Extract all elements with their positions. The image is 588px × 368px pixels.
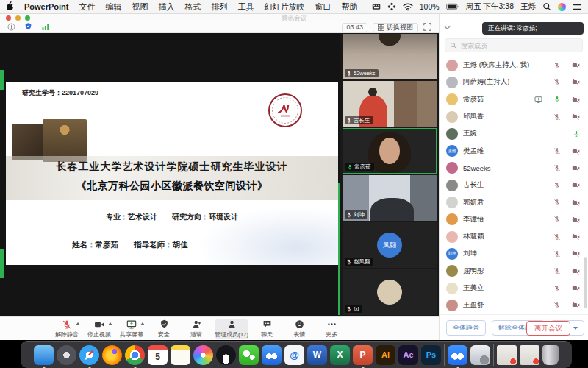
control-members[interactable]: 管理成员(17)	[215, 319, 248, 339]
video-tile[interactable]: 古长生	[343, 81, 437, 127]
dock-calendar-icon[interactable]: 5	[148, 345, 168, 365]
dock-trash-icon[interactable]	[542, 345, 559, 365]
menu-app-name[interactable]: PowerPoint	[24, 2, 69, 11]
menu-item-视图[interactable]: 视图	[132, 1, 148, 13]
camera-off-icon[interactable]	[572, 61, 580, 69]
dock-stocks-icon[interactable]: @	[284, 345, 304, 365]
dock-excel-icon[interactable]: X	[330, 345, 350, 365]
minimize-window-button[interactable]	[15, 15, 21, 21]
dock-preview-icon[interactable]	[470, 345, 490, 365]
search-members-input[interactable]	[459, 41, 573, 50]
mic-muted-icon[interactable]	[553, 216, 561, 223]
mic-muted-icon[interactable]	[553, 113, 561, 121]
participant-row[interactable]: 李谭怡	[440, 211, 588, 228]
camera-off-icon[interactable]	[572, 199, 580, 207]
camera-off-icon[interactable]	[572, 301, 580, 309]
panel-button-全体静音[interactable]: 全体静音	[446, 320, 486, 336]
camera-off-icon[interactable]	[572, 181, 580, 189]
mic-muted-icon[interactable]	[553, 199, 561, 206]
participant-row[interactable]: 古长生	[440, 177, 588, 194]
participant-row[interactable]: 林慧颖	[440, 228, 588, 245]
control-mic-muted[interactable]: 解除静音	[53, 319, 81, 339]
video-tile[interactable]: 52weeks	[343, 34, 437, 79]
participant-row[interactable]: 52weeks	[440, 160, 588, 177]
participant-row[interactable]: 王盈舒	[440, 297, 588, 314]
video-tile[interactable]: 常彦茹	[343, 128, 437, 174]
dock-tencent-meeting-icon[interactable]	[448, 345, 467, 365]
mic-muted-icon[interactable]	[553, 79, 561, 86]
menu-datetime[interactable]: 周五 下午3:38	[466, 1, 514, 12]
menu-item-窗口[interactable]: 窗口	[315, 1, 331, 13]
menu-item-排列[interactable]: 排列	[212, 1, 228, 13]
dock-finder-icon[interactable]	[34, 345, 54, 365]
menu-username[interactable]: 王烁	[520, 1, 536, 12]
participant-row[interactable]: 屈明彤	[440, 263, 588, 280]
video-tile[interactable]: fxl	[343, 269, 437, 315]
camera-off-icon[interactable]	[572, 216, 580, 224]
menu-item-插入[interactable]: 插入	[159, 1, 175, 13]
camera-off-icon[interactable]	[572, 284, 580, 292]
spotlight-icon[interactable]	[542, 2, 551, 11]
mic-on-icon[interactable]	[553, 96, 561, 103]
dock-minimized-window-icon[interactable]	[497, 345, 517, 365]
participant-row[interactable]: 郭妍君	[440, 194, 588, 210]
zoom-window-button[interactable]	[25, 15, 30, 21]
dock-safari-icon[interactable]	[79, 345, 99, 365]
camera-off-icon[interactable]	[572, 250, 580, 258]
collapse-panel-icon[interactable]	[444, 20, 451, 33]
mic-muted-icon[interactable]	[553, 233, 561, 241]
camera-off-icon[interactable]	[572, 267, 580, 275]
dock-chrome-icon[interactable]	[125, 345, 145, 365]
participant-row[interactable]: 常彦茹	[440, 91, 588, 108]
mic-muted-icon[interactable]	[553, 164, 561, 171]
camera-off-icon[interactable]	[572, 78, 580, 86]
dock-powerpoint-icon[interactable]: P	[353, 345, 373, 365]
camera-off-icon[interactable]	[572, 96, 580, 104]
dock-after-effects-icon[interactable]: Ae	[398, 345, 418, 365]
dock-minimized-window-icon[interactable]	[520, 345, 539, 365]
wifi-icon[interactable]	[403, 3, 413, 11]
menu-item-编辑[interactable]: 编辑	[106, 1, 122, 13]
dock-illustrator-icon[interactable]: Ai	[376, 345, 395, 365]
mic-muted-icon[interactable]	[553, 302, 561, 309]
meeting-info-icon[interactable]	[7, 21, 15, 34]
menu-item-帮助[interactable]: 帮助	[342, 1, 358, 13]
dock-photoshop-icon[interactable]: Ps	[421, 345, 441, 365]
control-center-icon[interactable]	[573, 3, 582, 11]
camera-off-icon[interactable]	[572, 164, 580, 172]
fullscreen-icon[interactable]	[423, 23, 431, 32]
control-share-screen[interactable]: 共享屏幕	[118, 319, 146, 339]
mic-muted-icon[interactable]	[553, 267, 561, 275]
participant-row[interactable]: 阿萨姆(主持人)	[440, 74, 588, 91]
dock-wechat-icon[interactable]	[239, 345, 259, 365]
dock-launchpad-icon[interactable]	[57, 345, 76, 365]
mic-muted-icon[interactable]	[553, 250, 561, 258]
mic-on-icon[interactable]	[573, 130, 580, 138]
control-camera[interactable]: 停止视频	[85, 319, 113, 339]
menu-item-文件[interactable]: 文件	[79, 1, 96, 13]
mic-muted-icon[interactable]	[553, 285, 561, 292]
leave-meeting-button[interactable]: 离开会议	[526, 321, 570, 336]
dock-notes-icon[interactable]	[171, 345, 190, 365]
video-tile[interactable]: 刘坤	[343, 175, 437, 221]
dock-firefox-icon[interactable]	[102, 345, 122, 365]
dock-qq-icon[interactable]	[216, 345, 236, 365]
dock-photos-icon[interactable]	[193, 345, 213, 365]
participant-row[interactable]: 王婉	[440, 125, 588, 142]
input-source-icon[interactable]	[372, 2, 381, 11]
video-tile[interactable]: 凤翾赵凤翾	[343, 222, 437, 268]
dock-word-icon[interactable]: W	[307, 345, 327, 365]
camera-off-icon[interactable]	[572, 113, 580, 121]
participant-row[interactable]: 王美立	[440, 280, 588, 297]
fan-icon[interactable]	[387, 2, 396, 11]
dock-tencent-docs-icon[interactable]	[262, 345, 282, 365]
camera-off-icon[interactable]	[572, 147, 580, 155]
participant-row[interactable]: 邱凤香	[440, 108, 588, 125]
battery-icon[interactable]	[446, 3, 459, 10]
control-shield[interactable]: 安全	[150, 319, 178, 339]
meeting-security-icon[interactable]	[24, 21, 32, 34]
close-window-button[interactable]	[6, 15, 11, 21]
control-invite[interactable]: 邀请	[182, 319, 210, 339]
siri-icon[interactable]	[558, 3, 566, 11]
mic-muted-icon[interactable]	[553, 62, 561, 69]
